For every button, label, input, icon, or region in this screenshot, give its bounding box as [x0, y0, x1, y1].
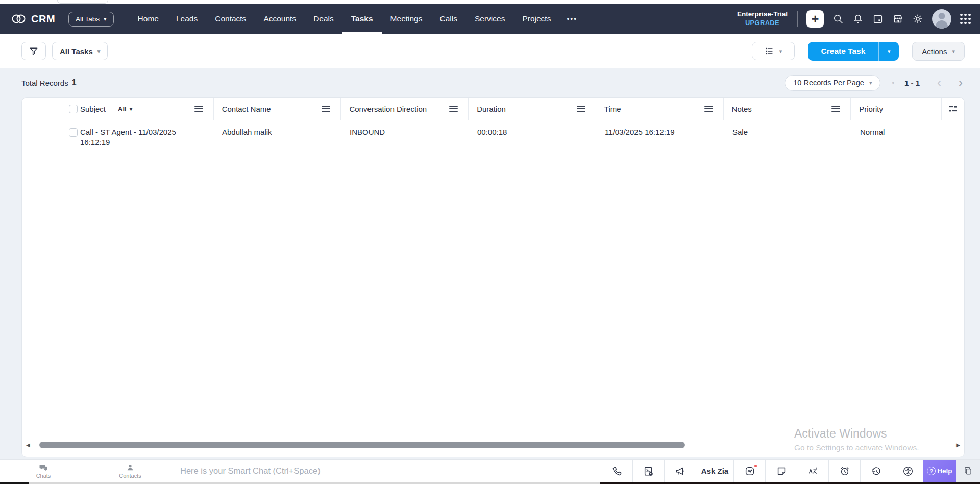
column-menu-icon[interactable] — [194, 106, 203, 112]
quick-create-button[interactable]: + — [806, 10, 824, 28]
navbar-divider — [797, 11, 798, 27]
records-per-page-label: 10 Records Per Page — [793, 79, 864, 87]
cell-duration: 00:00:18 — [469, 127, 597, 137]
tab-leads[interactable]: Leads — [167, 4, 206, 34]
scrollbar-thumb[interactable] — [39, 442, 685, 448]
person-icon — [126, 463, 135, 472]
browser-edge-strip — [0, 0, 980, 4]
search-icon[interactable] — [832, 13, 844, 25]
zoho-crm-page: CRM All Tabs ▾ Home Leads Contacts Accou… — [0, 0, 980, 484]
column-label: Time — [604, 105, 621, 113]
scroll-right-arrow[interactable]: ▶ — [956, 442, 960, 448]
horizontal-scrollbar: ◀ ▶ — [25, 441, 961, 450]
plus-icon: + — [812, 13, 819, 26]
column-menu-icon[interactable] — [831, 106, 840, 112]
settings-gear-icon[interactable] — [912, 13, 923, 25]
table-row[interactable]: Call - ST Agent - 11/03/2025 16:12:19 Ab… — [22, 120, 964, 156]
column-menu-icon[interactable] — [449, 106, 458, 112]
notifications-bell-icon[interactable] — [852, 13, 864, 25]
ask-zia-button[interactable]: Ask Zia — [696, 460, 733, 482]
help-label: Help — [937, 467, 952, 475]
scrollbar-track[interactable] — [35, 441, 951, 448]
megaphone-icon — [675, 466, 686, 477]
tab-contacts[interactable]: Contacts — [206, 4, 255, 34]
pagination-cluster: 10 Records Per Page ▾ • 1 - 1 ‹ › — [785, 75, 963, 91]
column-menu-icon[interactable] — [577, 106, 585, 112]
column-header-priority[interactable]: Priority — [851, 98, 942, 120]
column-header-time[interactable]: Time — [596, 98, 724, 120]
top-navbar: CRM All Tabs ▾ Home Leads Contacts Accou… — [0, 4, 980, 34]
cell-contact-name[interactable]: Abdullah malik — [214, 127, 341, 137]
column-menu-icon[interactable] — [322, 106, 330, 112]
column-header-subject[interactable]: Subject All ▾ — [72, 98, 214, 120]
calendar-icon[interactable] — [872, 13, 884, 25]
form-icon — [643, 466, 654, 477]
more-tabs-icon[interactable]: ••• — [559, 4, 584, 34]
tab-projects[interactable]: Projects — [513, 4, 559, 34]
zia-insights-button[interactable] — [733, 460, 765, 482]
create-task-dropdown[interactable]: ▾ — [878, 42, 899, 61]
actions-label: Actions — [922, 47, 947, 56]
chevron-down-icon: ▾ — [130, 106, 133, 112]
announcement-button[interactable] — [664, 460, 696, 482]
previous-page-button[interactable]: ‹ — [937, 77, 941, 89]
all-tabs-dropdown[interactable]: All Tabs ▾ — [68, 12, 114, 27]
column-header-notes[interactable]: Notes — [724, 98, 851, 120]
next-page-button[interactable]: › — [959, 77, 963, 89]
contacts-tab[interactable]: Contacts — [87, 460, 174, 482]
app-title: CRM — [31, 13, 55, 25]
column-menu-icon[interactable] — [704, 106, 713, 112]
accessibility-button[interactable] — [892, 460, 923, 482]
avatar-body — [936, 20, 948, 29]
insights-pulse-icon — [744, 466, 755, 477]
browser-tab-edge — [57, 0, 108, 4]
column-label: Priority — [859, 105, 883, 113]
cell-subject[interactable]: Call - ST Agent - 11/03/2025 16:12:19 — [72, 127, 214, 148]
reminders-button[interactable] — [828, 460, 860, 482]
column-label: Contact Name — [222, 105, 271, 113]
notes-button[interactable] — [765, 460, 797, 482]
total-records-value: 1 — [72, 78, 77, 87]
column-header-duration[interactable]: Duration — [469, 98, 596, 120]
marketplace-store-icon[interactable] — [892, 13, 903, 25]
view-selector-dropdown[interactable]: All Tasks ▾ — [52, 42, 108, 60]
app-launcher-grid-icon[interactable] — [960, 14, 971, 25]
smart-chat-input[interactable] — [180, 466, 584, 476]
tab-tasks[interactable]: Tasks — [342, 4, 382, 34]
column-header-contact-name[interactable]: Contact Name — [214, 98, 341, 120]
column-customize-cell[interactable] — [942, 98, 964, 120]
translate-button[interactable] — [797, 460, 828, 482]
chats-tab[interactable]: Chats — [0, 460, 87, 482]
sticky-note-icon — [776, 466, 787, 477]
translate-icon — [807, 466, 819, 477]
phone-call-button[interactable] — [601, 460, 632, 482]
subject-filter-dropdown[interactable]: All ▾ — [118, 105, 132, 113]
tab-calls[interactable]: Calls — [431, 4, 466, 34]
clipboard-copy-icon — [963, 466, 973, 476]
tab-home[interactable]: Home — [129, 4, 167, 34]
tab-services[interactable]: Services — [466, 4, 513, 34]
create-task-button[interactable]: Create Task — [808, 42, 879, 61]
chevron-down-icon: ▾ — [888, 49, 891, 54]
smart-form-button[interactable] — [632, 460, 664, 482]
bottom-utility-bar: Chats Contacts — [0, 459, 980, 482]
filter-button[interactable] — [21, 42, 46, 60]
actions-dropdown[interactable]: Actions ▾ — [912, 42, 965, 61]
help-button[interactable]: ? Help — [923, 460, 956, 482]
records-per-page-dropdown[interactable]: 10 Records Per Page ▾ — [785, 75, 880, 91]
clipboard-button[interactable] — [956, 460, 980, 482]
crm-logo[interactable]: CRM — [11, 13, 55, 25]
records-bar: Total Records 1 10 Records Per Page ▾ • … — [0, 68, 980, 97]
list-view-style-dropdown[interactable]: ▾ — [752, 42, 795, 60]
column-header-conversation-direction[interactable]: Conversation Direction — [341, 98, 469, 120]
zoho-rings-icon — [11, 13, 27, 25]
tab-meetings[interactable]: Meetings — [382, 4, 431, 34]
column-label: Duration — [477, 105, 506, 113]
tab-accounts[interactable]: Accounts — [255, 4, 305, 34]
tab-deals[interactable]: Deals — [305, 4, 342, 34]
row-checkbox[interactable] — [69, 128, 78, 137]
scroll-left-arrow[interactable]: ◀ — [26, 442, 30, 448]
user-avatar[interactable] — [932, 9, 951, 29]
recent-items-button[interactable] — [860, 460, 892, 482]
upgrade-link[interactable]: UPGRADE — [737, 19, 788, 27]
